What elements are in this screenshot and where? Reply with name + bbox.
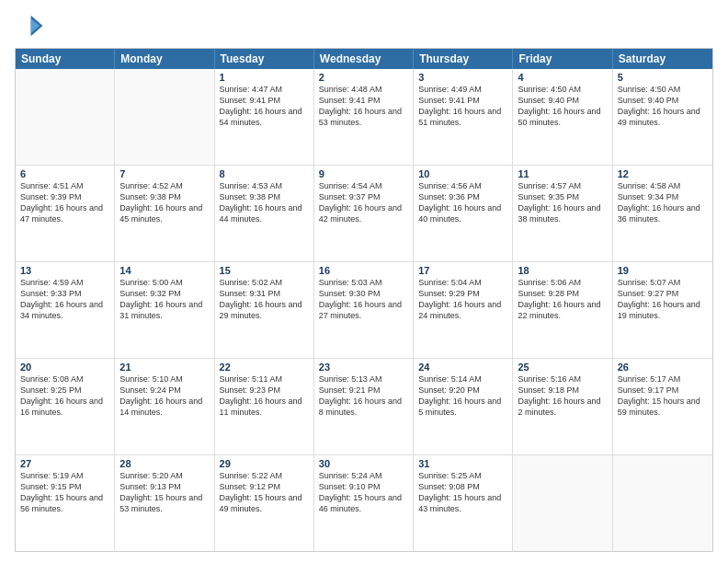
sunrise-line: Sunrise: 4:53 AM [220,180,309,191]
calendar-cell: 12 Sunrise: 4:58 AM Sunset: 9:34 PM Dayl… [613,166,712,261]
sunrise-line: Sunrise: 4:58 AM [618,180,708,191]
day-number: 16 [319,265,408,276]
day-number: 13 [20,265,109,276]
sunrise-line: Sunrise: 5:16 AM [518,373,607,385]
header [15,11,713,40]
calendar-week-row: 20 Sunrise: 5:08 AM Sunset: 9:25 PM Dayl… [16,359,712,455]
sunset-line: Sunset: 9:12 PM [220,481,309,492]
day-number: 19 [618,265,708,276]
daylight-line: Daylight: 16 hours and 40 minutes. [418,202,507,224]
day-number: 23 [319,362,408,373]
sunset-line: Sunset: 9:15 PM [20,481,109,492]
calendar-cell: 18 Sunrise: 5:06 AM Sunset: 9:28 PM Dayl… [513,262,612,358]
sunset-line: Sunset: 9:31 PM [220,288,309,299]
sunrise-line: Sunrise: 4:52 AM [119,180,209,191]
daylight-line: Daylight: 16 hours and 45 minutes. [119,202,209,224]
day-number: 30 [319,458,408,469]
daylight-line: Daylight: 15 hours and 59 minutes. [618,396,708,418]
day-number: 14 [119,265,209,276]
sunset-line: Sunset: 9:29 PM [418,288,507,299]
daylight-line: Daylight: 16 hours and 22 minutes. [518,299,607,321]
calendar-cell: 7 Sunrise: 4:52 AM Sunset: 9:38 PM Dayli… [115,166,214,261]
daylight-line: Daylight: 16 hours and 27 minutes. [319,299,408,321]
day-number: 9 [319,168,408,179]
sunset-line: Sunset: 9:20 PM [418,385,507,396]
daylight-line: Daylight: 16 hours and 14 minutes. [119,396,209,418]
day-number: 10 [418,168,507,179]
sunset-line: Sunset: 9:41 PM [418,95,507,106]
day-number: 12 [618,168,708,179]
calendar-cell: 25 Sunrise: 5:16 AM Sunset: 9:18 PM Dayl… [513,359,612,454]
sunset-line: Sunset: 9:35 PM [518,191,607,202]
calendar-day-header: Sunday [16,49,115,69]
day-number: 25 [518,362,607,373]
sunrise-line: Sunrise: 5:06 AM [518,277,607,288]
sunset-line: Sunset: 9:41 PM [220,95,309,106]
calendar-cell: 2 Sunrise: 4:48 AM Sunset: 9:41 PM Dayli… [314,69,414,165]
calendar-week-row: 6 Sunrise: 4:51 AM Sunset: 9:39 PM Dayli… [16,166,712,262]
calendar-cell: 27 Sunrise: 5:19 AM Sunset: 9:15 PM Dayl… [16,455,115,551]
calendar-cell: 28 Sunrise: 5:20 AM Sunset: 9:13 PM Dayl… [115,455,214,551]
sunrise-line: Sunrise: 5:19 AM [20,470,109,481]
sunrise-line: Sunrise: 5:14 AM [418,373,507,385]
sunrise-line: Sunrise: 5:11 AM [220,373,309,385]
daylight-line: Daylight: 16 hours and 54 minutes. [220,106,309,128]
day-number: 28 [119,458,209,469]
sunset-line: Sunset: 9:33 PM [20,288,109,299]
calendar: SundayMondayTuesdayWednesdayThursdayFrid… [15,48,713,552]
day-number: 2 [319,72,408,83]
sunrise-line: Sunrise: 5:02 AM [220,277,309,288]
calendar-cell: 11 Sunrise: 4:57 AM Sunset: 9:35 PM Dayl… [513,166,612,261]
calendar-cell: 29 Sunrise: 5:22 AM Sunset: 9:12 PM Dayl… [215,455,314,551]
sunset-line: Sunset: 9:28 PM [518,288,607,299]
day-number: 27 [20,458,109,469]
page: SundayMondayTuesdayWednesdayThursdayFrid… [0,0,728,563]
calendar-week-row: 1 Sunrise: 4:47 AM Sunset: 9:41 PM Dayli… [16,69,712,166]
daylight-line: Daylight: 16 hours and 42 minutes. [319,202,408,224]
daylight-line: Daylight: 16 hours and 44 minutes. [220,202,309,224]
daylight-line: Daylight: 16 hours and 24 minutes. [418,299,507,321]
calendar-cell: 16 Sunrise: 5:03 AM Sunset: 9:30 PM Dayl… [314,262,414,358]
calendar-day-header: Monday [115,49,214,69]
day-number: 22 [220,362,309,373]
sunset-line: Sunset: 9:40 PM [618,95,708,106]
calendar-cell: 31 Sunrise: 5:25 AM Sunset: 9:08 PM Dayl… [414,455,513,551]
calendar-cell: 4 Sunrise: 4:50 AM Sunset: 9:40 PM Dayli… [513,69,612,165]
calendar-cell: 9 Sunrise: 4:54 AM Sunset: 9:37 PM Dayli… [314,166,414,261]
sunset-line: Sunset: 9:21 PM [319,385,408,396]
calendar-cell: 26 Sunrise: 5:17 AM Sunset: 9:17 PM Dayl… [613,359,712,454]
sunset-line: Sunset: 9:23 PM [220,385,309,396]
sunrise-line: Sunrise: 5:07 AM [618,277,708,288]
day-number: 15 [220,265,309,276]
daylight-line: Daylight: 16 hours and 53 minutes. [319,106,408,128]
daylight-line: Daylight: 16 hours and 2 minutes. [518,396,607,418]
daylight-line: Daylight: 16 hours and 5 minutes. [418,396,507,418]
calendar-cell: 21 Sunrise: 5:10 AM Sunset: 9:24 PM Dayl… [115,359,214,454]
sunset-line: Sunset: 9:40 PM [518,95,607,106]
daylight-line: Daylight: 16 hours and 11 minutes. [220,396,309,418]
daylight-line: Daylight: 16 hours and 49 minutes. [618,106,708,128]
sunrise-line: Sunrise: 5:20 AM [119,470,209,481]
calendar-cell: 19 Sunrise: 5:07 AM Sunset: 9:27 PM Dayl… [613,262,712,358]
calendar-cell: 15 Sunrise: 5:02 AM Sunset: 9:31 PM Dayl… [215,262,314,358]
calendar-day-header: Friday [513,49,612,69]
calendar-cell [115,69,214,165]
daylight-line: Daylight: 16 hours and 8 minutes. [319,396,408,418]
sunrise-line: Sunrise: 5:03 AM [319,277,408,288]
day-number: 11 [518,168,607,179]
sunset-line: Sunset: 9:39 PM [20,191,109,202]
calendar-cell: 3 Sunrise: 4:49 AM Sunset: 9:41 PM Dayli… [414,69,513,165]
day-number: 7 [119,168,209,179]
calendar-cell: 17 Sunrise: 5:04 AM Sunset: 9:29 PM Dayl… [414,262,513,358]
sunrise-line: Sunrise: 5:04 AM [418,277,507,288]
calendar-week-row: 13 Sunrise: 4:59 AM Sunset: 9:33 PM Dayl… [16,262,712,359]
daylight-line: Daylight: 16 hours and 34 minutes. [20,299,109,321]
sunrise-line: Sunrise: 5:13 AM [319,373,408,385]
logo-icon [15,11,44,40]
sunrise-line: Sunrise: 4:56 AM [418,180,507,191]
daylight-line: Daylight: 16 hours and 38 minutes. [518,202,607,224]
day-number: 31 [418,458,507,469]
calendar-cell: 22 Sunrise: 5:11 AM Sunset: 9:23 PM Dayl… [215,359,314,454]
sunset-line: Sunset: 9:37 PM [319,191,408,202]
sunset-line: Sunset: 9:17 PM [618,385,708,396]
